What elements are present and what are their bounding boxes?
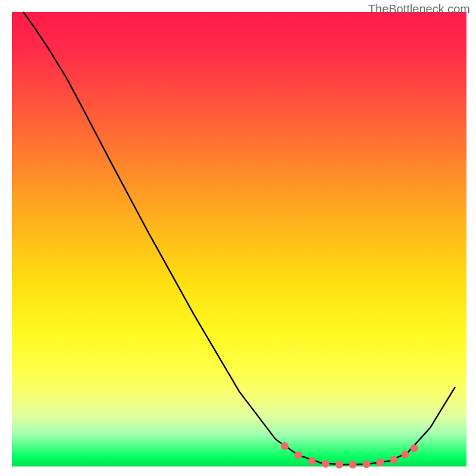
curve-marker	[336, 461, 343, 468]
curve-marker	[308, 457, 316, 465]
bottleneck-curve	[23, 12, 455, 465]
curve-marker	[349, 461, 357, 468]
bottleneck-curve-chart	[0, 0, 476, 476]
curve-marker	[401, 451, 409, 459]
curve-marker	[295, 451, 302, 459]
curve-marker	[411, 444, 418, 452]
curve-marker	[322, 460, 330, 468]
curve-marker	[362, 461, 370, 468]
curve-marker	[376, 459, 384, 466]
curve-markers	[281, 442, 418, 468]
curve-marker	[281, 442, 289, 450]
curve-marker	[390, 456, 397, 464]
watermark-text: TheBottleneck.com	[368, 2, 470, 16]
